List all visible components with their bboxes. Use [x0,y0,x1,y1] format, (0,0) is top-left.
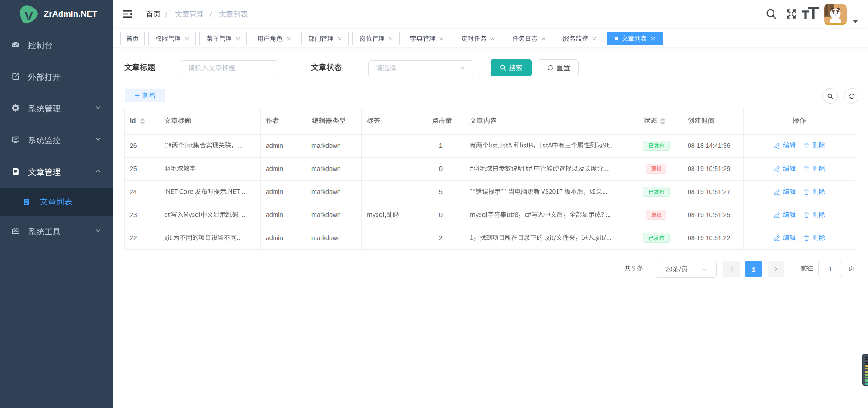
svg-text:V: V [24,9,33,23]
